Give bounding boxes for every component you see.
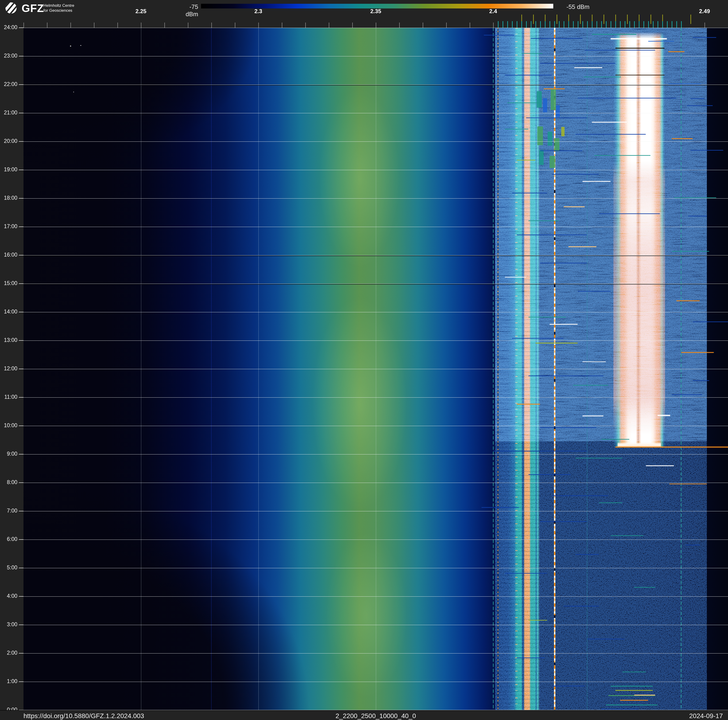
- hour-gridline: [23, 653, 728, 654]
- time-label: 23:00: [0, 53, 17, 59]
- hour-gridline: [23, 397, 728, 398]
- time-label: 17:00: [0, 223, 17, 230]
- ble-channel-tick: [531, 21, 531, 28]
- minor-tick: [70, 23, 71, 28]
- noise-streak: [681, 352, 714, 353]
- minor-tick: [423, 23, 423, 28]
- hour-gridline: [23, 454, 728, 455]
- noise-streak: [583, 181, 610, 182]
- noise-streak: [537, 91, 542, 108]
- ble-channel-tick: [620, 21, 621, 28]
- ble-channel-tick: [596, 21, 597, 28]
- noise-streak: [575, 134, 646, 135]
- time-tick: [19, 113, 23, 113]
- time-label: 10:00: [0, 422, 17, 429]
- minor-tick: [352, 23, 353, 28]
- hour-gridline: [23, 596, 728, 597]
- noise-streak: [552, 686, 585, 686]
- noise-streak: [573, 385, 608, 386]
- noise-streak: [554, 138, 560, 151]
- noise-streak: [693, 37, 716, 38]
- time-label: 4:00: [0, 593, 17, 599]
- noise-streak: [537, 126, 543, 145]
- ble-channel-tick: [653, 21, 653, 28]
- noise-streak: [543, 98, 547, 112]
- ble-channel-tick: [592, 21, 592, 28]
- noise-streak: [548, 132, 552, 146]
- noise-streak: [80, 45, 81, 46]
- noise-streak: [690, 98, 705, 99]
- time-label: 19:00: [0, 166, 17, 173]
- minor-tick: [47, 23, 47, 28]
- ble-channel-tick: [507, 21, 508, 28]
- noise-streak: [73, 92, 74, 92]
- noise-streak: [693, 380, 709, 381]
- time-tick: [19, 653, 23, 654]
- noise-streak: [517, 234, 587, 235]
- time-tick: [19, 397, 23, 398]
- ble-channel-tick: [545, 21, 546, 28]
- noise-streak: [505, 75, 552, 75]
- wifi-channel-tick: [580, 15, 581, 24]
- noise-streak: [601, 709, 639, 709]
- time-label: 13:00: [0, 337, 17, 343]
- noise-streak: [668, 51, 685, 52]
- ble-channel-tick: [559, 21, 560, 28]
- noise-streak: [587, 639, 625, 639]
- data-gap-row: [23, 284, 728, 285]
- noise-streak: [540, 521, 587, 522]
- time-tick: [19, 426, 23, 426]
- ble-channel-tick: [573, 21, 574, 28]
- footer: https://doi.org/10.5880/GFZ.1.2.2024.003…: [0, 710, 728, 720]
- noise-streak: [552, 174, 599, 175]
- time-label: 21:00: [0, 109, 17, 116]
- noise-streak: [674, 198, 716, 198]
- noise-streak: [549, 324, 578, 325]
- ble-channel-tick: [498, 21, 499, 28]
- ble-channel-tick: [648, 21, 649, 28]
- noise-streak: [528, 221, 559, 221]
- ble-channel-tick: [587, 21, 588, 28]
- ble-channel-tick: [540, 21, 541, 28]
- noise-streak: [658, 415, 670, 416]
- minor-tick: [23, 23, 24, 28]
- noise-streak: [540, 263, 587, 263]
- time-tick: [19, 28, 23, 28]
- noise-streak: [517, 160, 535, 161]
- noise-streak: [528, 474, 570, 475]
- noise-streak: [574, 67, 603, 68]
- time-label: 16:00: [0, 252, 17, 258]
- noise-streak: [634, 695, 655, 695]
- date-label: 2024-09-17: [689, 712, 723, 720]
- noise-streak: [594, 155, 650, 156]
- noise-streak: [690, 150, 723, 151]
- noise-streak: [606, 705, 658, 705]
- noise-streak: [622, 672, 646, 672]
- minor-tick: [399, 23, 400, 28]
- hour-gridline: [23, 198, 728, 199]
- wifi-channel-tick: [533, 15, 534, 24]
- time-tick: [19, 227, 23, 227]
- time-tick: [19, 483, 23, 483]
- noise-streak: [615, 446, 728, 448]
- ble-channel-tick: [676, 21, 677, 28]
- ble-channel-tick: [549, 21, 550, 28]
- time-tick: [19, 198, 23, 199]
- time-tick: [19, 170, 23, 170]
- time-label: 5:00: [0, 564, 17, 571]
- time-tick: [19, 312, 23, 312]
- org-name: Helmholtz Centre for Geosciences: [43, 3, 74, 13]
- noise-streak: [517, 404, 540, 404]
- minor-tick: [118, 23, 118, 28]
- noise-streak: [70, 46, 71, 46]
- time-tick: [19, 454, 23, 455]
- gfz-globe-icon: [5, 2, 18, 15]
- colorbar-gradient: [201, 4, 553, 8]
- hour-gridline: [23, 682, 728, 682]
- time-label: 15:00: [0, 280, 17, 286]
- time-tick: [19, 596, 23, 597]
- noise-streak: [648, 41, 674, 41]
- wifi-channel-tick: [557, 15, 557, 24]
- ble-channel-tick: [671, 21, 672, 28]
- ble-channel-tick: [583, 21, 583, 28]
